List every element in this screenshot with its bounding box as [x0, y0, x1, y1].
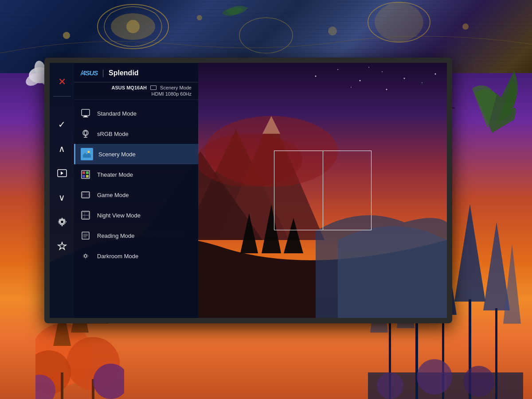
confirm-button[interactable]: ✓	[50, 112, 74, 136]
menu-item-reading[interactable]: Reading Mode	[74, 225, 198, 246]
srgb-mode-label: sRGB Mode	[97, 131, 129, 137]
input-button[interactable]	[50, 161, 74, 185]
header-separator: |	[102, 68, 104, 77]
monitor-icon	[150, 85, 156, 90]
settings-button[interactable]	[50, 209, 74, 234]
svg-point-38	[463, 366, 494, 397]
favorites-button[interactable]	[50, 234, 74, 258]
svg-point-57	[60, 220, 64, 224]
reading-mode-label: Reading Mode	[97, 232, 135, 239]
theater-mode-label: Theater Mode	[97, 171, 133, 178]
sidebar-divider-1	[53, 96, 71, 97]
connection-info-line: HDMI 1080p 60Hz	[81, 91, 192, 97]
menu-item-theater[interactable]: Theater Mode	[74, 164, 198, 185]
osd-info-bar: ASUS MQ16AH Scenery Mode HDMI 1080p 60Hz	[74, 82, 198, 100]
theater-mode-icon	[79, 168, 92, 181]
svg-marker-26	[454, 204, 485, 302]
srgb-mode-icon	[79, 128, 92, 140]
svg-rect-68	[86, 171, 89, 174]
down-button[interactable]: ∨	[50, 185, 74, 209]
svg-rect-69	[82, 175, 85, 178]
green-plant	[466, 66, 519, 135]
svg-rect-70	[86, 175, 89, 178]
menu-item-darkroom[interactable]: Darkroom Mode	[74, 246, 198, 266]
svg-rect-60	[83, 116, 88, 117]
osd-sidebar: ✕ ✓ ∧ ∨	[50, 63, 74, 318]
menu-title: Splendid	[109, 69, 139, 77]
svg-point-37	[417, 359, 452, 395]
standard-mode-label: Standard Mode	[97, 110, 137, 117]
svg-point-2	[126, 20, 140, 33]
menu-item-nightview[interactable]: Night View Mode	[74, 205, 198, 225]
up-button[interactable]: ∧	[50, 136, 74, 161]
osd-menu-list: Standard Mode	[74, 100, 198, 318]
svg-rect-58	[82, 109, 90, 116]
svg-point-39	[377, 372, 403, 399]
standard-mode-icon	[79, 107, 92, 120]
darkroom-mode-label: Darkroom Mode	[97, 253, 138, 260]
osd-preview-area	[198, 63, 447, 318]
preview-divider	[323, 151, 324, 230]
menu-item-standard[interactable]: Standard Mode	[74, 103, 198, 124]
svg-marker-27	[483, 222, 510, 310]
game-mode-icon	[79, 189, 92, 201]
menu-item-game[interactable]: Game Mode	[74, 185, 198, 205]
scenery-mode-icon	[81, 148, 93, 160]
nightview-mode-label: Night View Mode	[97, 212, 141, 219]
svg-rect-19	[61, 372, 63, 399]
monitor-screen: ✕ ✓ ∧ ∨	[50, 63, 447, 318]
osd-header: /4SUS | Splendid	[74, 63, 198, 82]
device-info-line: ASUS MQ16AH Scenery Mode	[81, 85, 192, 90]
menu-item-srgb[interactable]: sRGB Mode	[74, 124, 198, 144]
svg-point-8	[462, 23, 469, 30]
svg-rect-67	[82, 171, 85, 174]
svg-point-65	[88, 151, 90, 153]
asus-logo: /4SUS	[81, 69, 98, 77]
close-button[interactable]: ✕	[50, 70, 74, 94]
connection-info: HDMI 1080p 60Hz	[152, 91, 192, 97]
device-name: ASUS MQ16AH	[112, 85, 147, 90]
osd-overlay: ✕ ✓ ∧ ∨	[50, 63, 447, 318]
darkroom-mode-icon	[79, 250, 92, 262]
reading-mode-icon	[79, 229, 92, 242]
osd-main-panel: /4SUS | Splendid ASUS MQ16AH Scenery Mod…	[74, 63, 198, 318]
game-mode-label: Game Mode	[97, 192, 129, 198]
svg-point-6	[197, 15, 202, 20]
scenery-mode-label: Scenery Mode	[98, 151, 136, 158]
nightview-mode-icon	[79, 209, 92, 221]
monitor-frame: ✕ ✓ ∧ ∨	[44, 58, 452, 323]
preview-comparison-box	[274, 151, 372, 230]
current-mode-label: Scenery Mode	[160, 85, 192, 90]
menu-item-scenery[interactable]: Scenery Mode	[74, 144, 198, 164]
svg-point-81	[84, 255, 87, 257]
svg-point-7	[328, 27, 337, 35]
svg-point-5	[63, 32, 70, 39]
